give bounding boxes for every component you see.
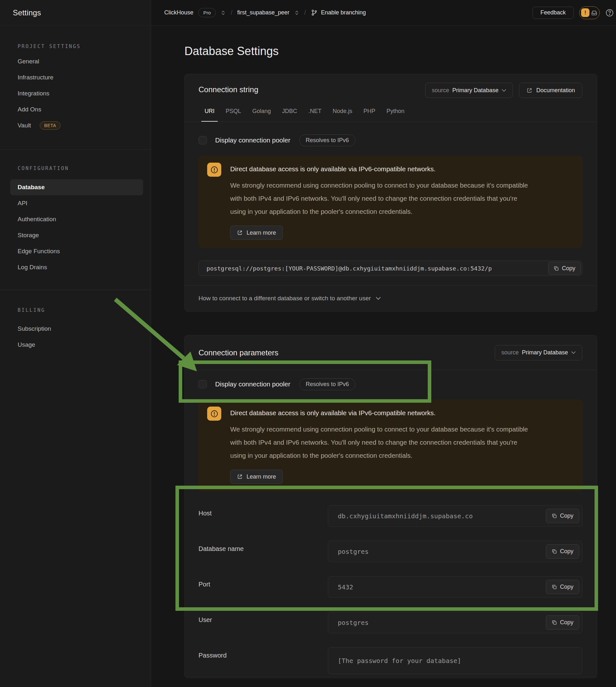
sidebar-item-database[interactable]: Database — [10, 179, 143, 195]
learn-more-button[interactable]: Learn more — [230, 470, 283, 484]
ipv6-warning-banner: Direct database access is only available… — [198, 400, 582, 492]
user-label: User — [198, 612, 328, 624]
settings-sidebar: Settings PROJECT SETTINGS General Infras… — [0, 0, 151, 687]
plan-badge[interactable]: Pro — [198, 8, 216, 17]
breadcrumb-divider: / — [304, 9, 306, 16]
enable-branching-button[interactable]: Enable branching — [311, 9, 366, 16]
section-header-project-settings: PROJECT SETTINGS — [18, 44, 151, 50]
source-select[interactable]: source Primary Database — [494, 345, 582, 360]
display-connection-pooler-checkbox[interactable] — [198, 380, 207, 388]
sidebar-item-storage[interactable]: Storage — [0, 227, 151, 243]
git-branch-icon — [311, 9, 317, 16]
section-header-billing: BILLING — [18, 307, 151, 314]
connection-uri-field[interactable]: postgresql://postgres:[YOUR-PASSWORD]@db… — [198, 261, 582, 276]
breadcrumb: ClickHouse Pro / first_supabase_peer / E… — [164, 8, 366, 17]
learn-more-button[interactable]: Learn more — [230, 226, 283, 240]
ipv6-warning-banner: Direct database access is only available… — [198, 156, 582, 248]
sidebar-item-infrastructure[interactable]: Infrastructure — [0, 69, 151, 86]
pooler-label: Display connection pooler — [215, 136, 290, 144]
tab-dotnet[interactable]: .NET — [305, 108, 325, 121]
external-link-icon — [237, 474, 243, 480]
sidebar-item-subscription[interactable]: Subscription — [0, 321, 151, 337]
resolves-to-ipv6-badge: Resolves to IPv6 — [299, 378, 355, 390]
display-connection-pooler-checkbox[interactable] — [198, 136, 207, 145]
tab-nodejs[interactable]: Node.js — [329, 108, 355, 121]
sidebar-item-edge-functions[interactable]: Edge Functions — [0, 243, 151, 259]
sidebar-divider — [0, 290, 151, 290]
main-content: Database Settings Connection string sour… — [151, 26, 616, 687]
alert-badge: ! — [581, 8, 589, 17]
copy-button[interactable]: Copy — [546, 615, 579, 630]
tab-uri[interactable]: URI — [201, 108, 218, 121]
database-name-input[interactable]: postgres Copy — [328, 541, 582, 562]
warning-title: Direct database access is only available… — [230, 163, 533, 175]
org-selector-button[interactable] — [221, 10, 226, 16]
tab-php[interactable]: PHP — [360, 108, 378, 121]
connection-parameters-title: Connection parameters — [198, 348, 278, 357]
warning-body: We strongly recommend using connection p… — [230, 423, 533, 462]
connection-type-tabs: URI PSQL Golang JDBC .NET Node.js PHP Py… — [185, 108, 597, 121]
copy-icon — [552, 513, 557, 518]
port-input[interactable]: 5432 Copy — [328, 576, 582, 598]
field-row-host: Host db.cxhygiuitamxhniiddjm.supabase.co… — [198, 505, 582, 527]
org-name[interactable]: ClickHouse — [164, 9, 193, 16]
password-input[interactable]: [The password for your database] — [328, 647, 582, 674]
connect-help-expander[interactable]: How to connect to a different database o… — [185, 285, 597, 311]
field-row-user: User postgres Copy — [198, 612, 582, 633]
sidebar-item-add-ons[interactable]: Add Ons — [0, 102, 151, 117]
beta-badge: BETA — [40, 121, 61, 130]
section-header-configuration: CONFIGURATION — [18, 165, 151, 172]
copy-button[interactable]: Copy — [546, 509, 579, 523]
sidebar-item-integrations[interactable]: Integrations — [0, 86, 151, 102]
sidebar-item-authentication[interactable]: Authentication — [0, 211, 151, 227]
project-selector-button[interactable] — [294, 10, 299, 16]
field-row-database-name: Database name postgres Copy — [198, 541, 582, 562]
port-label: Port — [198, 576, 328, 588]
tab-jdbc[interactable]: JDBC — [279, 108, 300, 121]
warning-body: We strongly recommend using connection p… — [230, 179, 533, 218]
tab-psql[interactable]: PSQL — [222, 108, 244, 121]
project-name[interactable]: first_supabase_peer — [237, 9, 289, 16]
help-icon — [605, 8, 614, 17]
connection-uri-value: postgresql://postgres:[YOUR-PASSWORD]@db… — [206, 265, 492, 272]
user-input[interactable]: postgres Copy — [328, 612, 582, 633]
host-input[interactable]: db.cxhygiuitamxhniiddjm.supabase.co Copy — [328, 505, 582, 527]
sidebar-item-vault[interactable]: Vault BETA — [0, 117, 151, 133]
caret-sort-icon — [221, 10, 226, 16]
inbox-icon — [591, 9, 598, 16]
documentation-button[interactable]: Documentation — [519, 83, 582, 98]
copy-button[interactable]: Copy — [548, 262, 581, 275]
sidebar-header: Settings — [0, 0, 151, 26]
external-link-icon — [526, 87, 532, 93]
alert-icon — [207, 163, 221, 177]
chevron-down-icon — [571, 351, 576, 354]
caret-sort-icon — [294, 10, 299, 16]
sidebar-item-api[interactable]: API — [0, 195, 151, 211]
topbar-actions: Feedback ! — [532, 6, 614, 19]
copy-button[interactable]: Copy — [546, 544, 579, 559]
host-label: Host — [198, 505, 328, 517]
tab-golang[interactable]: Golang — [249, 108, 274, 121]
sidebar-item-log-drains[interactable]: Log Drains — [0, 259, 151, 275]
page-title: Database Settings — [184, 44, 597, 58]
source-select[interactable]: source Primary Database — [425, 83, 513, 98]
pooler-label: Display connection pooler — [215, 380, 290, 388]
field-row-port: Port 5432 Copy — [198, 576, 582, 598]
enable-branching-label: Enable branching — [321, 9, 366, 16]
database-name-label: Database name — [198, 541, 328, 553]
password-label: Password — [198, 647, 328, 659]
copy-button[interactable]: Copy — [546, 580, 579, 594]
connection-string-title: Connection string — [198, 85, 258, 94]
notifications-button[interactable]: ! — [579, 6, 600, 19]
pooler-row: Display connection pooler Resolves to IP… — [198, 133, 582, 147]
connection-parameters-card: Connection parameters source Primary Dat… — [184, 335, 597, 678]
chevron-down-icon — [376, 297, 381, 300]
sidebar-item-usage[interactable]: Usage — [0, 337, 151, 353]
copy-icon — [554, 266, 559, 271]
tab-python[interactable]: Python — [383, 108, 408, 121]
help-button[interactable] — [605, 8, 614, 17]
feedback-button[interactable]: Feedback — [532, 7, 574, 19]
sidebar-item-general[interactable]: General — [0, 53, 151, 69]
sidebar-title: Settings — [13, 8, 41, 17]
pooler-row: Display connection pooler Resolves to IP… — [198, 377, 582, 391]
